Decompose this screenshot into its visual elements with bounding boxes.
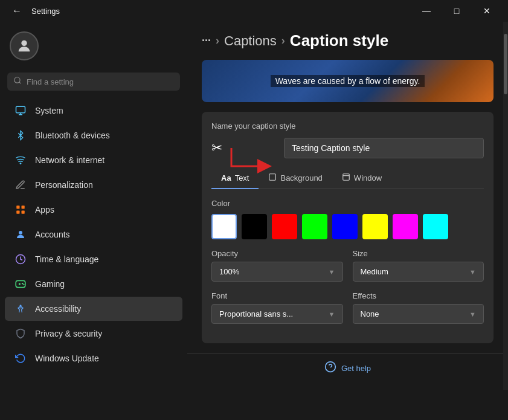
sidebar-item-label: Network & internet [35, 155, 104, 165]
network-icon [14, 154, 27, 166]
scrollbar-track[interactable] [503, 22, 508, 390]
effects-chevron-icon: ▼ [469, 311, 476, 318]
main-layout: System Bluetooth & devices Network & int… [0, 22, 508, 420]
opacity-value: 100% [219, 267, 239, 276]
svg-point-0 [21, 40, 27, 46]
tab-window[interactable]: Window [332, 168, 391, 189]
caption-preview: Waves are caused by a flow of energy. [202, 60, 494, 102]
color-swatch-magenta[interactable] [393, 214, 418, 239]
svg-point-3 [20, 163, 22, 164]
sidebar-item-label: System [35, 106, 63, 115]
font-effects-row: Font Proportional sans s... ▼ Effects No… [211, 291, 484, 324]
sidebar-item-update[interactable]: Windows Update [5, 346, 182, 370]
breadcrumb: ··· › Captions › Caption style [187, 22, 508, 60]
sidebar-item-apps[interactable]: Apps [5, 198, 182, 222]
window-controls: — □ ✕ [413, 2, 501, 19]
search-box[interactable] [7, 73, 180, 91]
sidebar-item-network[interactable]: Network & internet [5, 148, 182, 172]
effects-group: Effects None ▼ [353, 291, 484, 324]
scrollbar-thumb[interactable] [504, 34, 507, 94]
sidebar-header [0, 27, 187, 70]
update-icon [14, 352, 27, 364]
sidebar-item-label: Time & language [35, 254, 98, 264]
sidebar-item-privacy[interactable]: Privacy & security [5, 321, 182, 346]
effects-value: None [361, 309, 379, 318]
accessibility-icon [14, 303, 27, 315]
footer: Get help [187, 353, 508, 383]
system-icon [14, 105, 27, 117]
sidebar-item-accounts[interactable]: Accounts [5, 222, 182, 247]
maximize-button[interactable]: □ [443, 2, 471, 19]
apps-icon [14, 204, 27, 216]
svg-rect-6 [16, 211, 19, 214]
avatar[interactable] [10, 31, 39, 60]
color-swatch-white[interactable] [211, 214, 237, 239]
font-label: Font [211, 291, 343, 300]
svg-rect-4 [16, 205, 19, 208]
font-chevron-icon: ▼ [329, 311, 335, 318]
svg-point-13 [22, 283, 23, 284]
sidebar-item-accessibility[interactable]: Accessibility [5, 297, 182, 321]
size-chevron-icon: ▼ [469, 268, 476, 276]
back-button[interactable]: ← [7, 3, 27, 19]
svg-rect-5 [22, 205, 25, 208]
font-group: Font Proportional sans s... ▼ [211, 291, 343, 324]
accounts-icon [14, 228, 27, 241]
svg-point-1 [14, 77, 20, 83]
panel-name-label: Name your caption style [211, 121, 484, 131]
size-group: Size Medium ▼ [353, 249, 484, 282]
opacity-size-row: Opacity 100% ▼ Size Medium ▼ [211, 249, 484, 282]
tab-window-label: Window [354, 173, 382, 183]
sidebar-item-personalization[interactable]: Personalization [5, 173, 182, 197]
sidebar-item-label: Privacy & security [35, 329, 102, 338]
minimize-button[interactable]: — [413, 2, 440, 19]
preview-text: Waves are caused by a flow of energy. [271, 75, 425, 87]
color-swatch-green[interactable] [302, 214, 327, 239]
font-value: Proportional sans s... [219, 309, 293, 318]
search-input[interactable] [27, 77, 174, 86]
sidebar-item-system[interactable]: System [5, 99, 182, 123]
opacity-dropdown[interactable]: 100% ▼ [211, 262, 343, 282]
color-swatch-blue[interactable] [332, 214, 358, 239]
window-tab-icon [342, 173, 350, 183]
size-dropdown[interactable]: Medium ▼ [353, 262, 484, 282]
opacity-label: Opacity [211, 249, 343, 258]
svg-rect-2 [16, 106, 25, 113]
effects-label: Effects [353, 291, 484, 300]
color-swatch-cyan[interactable] [423, 214, 448, 239]
breadcrumb-dots[interactable]: ··· [202, 34, 211, 47]
color-swatches [211, 214, 484, 239]
breadcrumb-parent[interactable]: Captions [224, 33, 277, 49]
color-swatch-black[interactable] [242, 214, 267, 239]
tab-background-label: Background [280, 173, 322, 183]
svg-point-8 [19, 231, 22, 234]
color-swatch-red[interactable] [272, 214, 297, 239]
sidebar-item-time[interactable]: Time & language [5, 247, 182, 271]
caption-style-name-input[interactable] [284, 138, 484, 158]
color-label: Color [211, 199, 484, 208]
sidebar-item-label: Personalization [35, 180, 93, 190]
sidebar-item-label: Bluetooth & devices [35, 131, 110, 140]
bluetooth-icon [14, 129, 27, 141]
size-label: Size [353, 249, 484, 258]
app-title: Settings [31, 7, 60, 16]
sidebar-item-label: Gaming [35, 279, 65, 289]
gaming-icon [14, 278, 27, 290]
get-help-link[interactable]: Get help [341, 364, 371, 373]
font-dropdown[interactable]: Proportional sans s... ▼ [211, 304, 343, 324]
search-icon [13, 76, 22, 87]
sidebar: System Bluetooth & devices Network & int… [0, 22, 187, 420]
color-swatch-yellow[interactable] [362, 214, 388, 239]
close-button[interactable]: ✕ [473, 2, 501, 19]
sidebar-item-label: Windows Update [35, 354, 99, 363]
sidebar-item-label: Apps [35, 205, 54, 215]
sidebar-item-label: Accounts [35, 230, 70, 239]
breadcrumb-separator-2: › [281, 34, 285, 47]
opacity-chevron-icon: ▼ [329, 268, 335, 276]
sidebar-item-gaming[interactable]: Gaming [5, 272, 182, 296]
breadcrumb-current: Caption style [290, 31, 388, 50]
scissors-icon: ✂ [211, 140, 222, 156]
effects-dropdown[interactable]: None ▼ [353, 304, 484, 324]
sidebar-item-bluetooth[interactable]: Bluetooth & devices [5, 123, 182, 147]
svg-rect-7 [22, 211, 25, 214]
